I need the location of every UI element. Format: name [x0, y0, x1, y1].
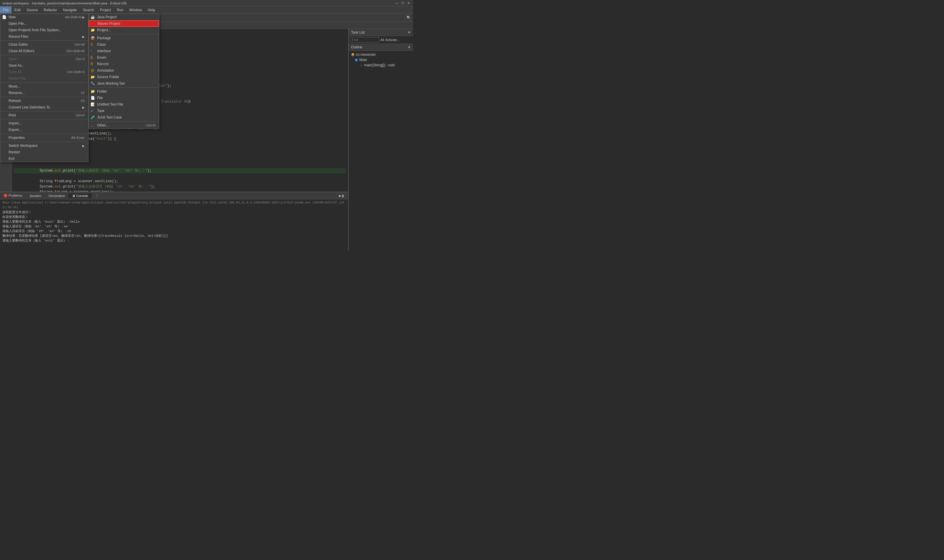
clear-console-btn[interactable]: 🗑	[341, 194, 345, 198]
outline-method[interactable]: 🔹 main(String[]) : void	[349, 63, 413, 68]
menu-window[interactable]: Window	[126, 6, 145, 13]
menu-rename[interactable]: Rename... F2	[0, 90, 88, 96]
menu-import[interactable]: Import...	[0, 120, 88, 126]
tab-console[interactable]: 🖥 Console	[68, 194, 91, 198]
menu-search[interactable]: Search	[80, 6, 97, 13]
rename-shortcut: F2	[81, 91, 85, 95]
submenu-java-working-set[interactable]: 🔧 Java Working Set	[89, 80, 159, 87]
close-task-list[interactable]: ✕	[408, 30, 411, 34]
tab-javadoc[interactable]: Javadoc	[26, 194, 45, 198]
task-find-input[interactable]	[350, 37, 379, 43]
console-line-7: 翻译结果：百度翻译结果 [源语言=en, 翻译语言=zh, 翻译结果=[Tran…	[2, 234, 346, 238]
folder-icon: 📁	[91, 89, 95, 94]
close-outline[interactable]: ✕	[408, 45, 411, 49]
submenu-class[interactable]: C Class	[89, 41, 159, 48]
junit-icon: 🧪	[91, 115, 95, 119]
submenu-annotation[interactable]: @ Annotation	[89, 67, 159, 74]
submenu-interface[interactable]: I Interface	[89, 48, 159, 54]
save-label: Save	[9, 57, 17, 61]
new-icon: 📄	[2, 15, 6, 19]
maven-project-icon: ♦	[91, 22, 93, 26]
menu-exit[interactable]: Exit	[0, 155, 88, 162]
menu-save-as[interactable]: Save As...	[0, 62, 88, 69]
bottom-toolbar-btns: ■ 🗑	[335, 194, 348, 198]
annotation-icon: @	[91, 68, 94, 72]
submenu-folder[interactable]: 📁 Folder	[89, 88, 159, 95]
menu-edit[interactable]: Edit	[11, 6, 24, 13]
new-sep-2	[89, 87, 159, 88]
tab-problems[interactable]: 🔴 Problems	[0, 193, 26, 198]
menu-close-all-editors[interactable]: Close All Editors Ctrl+Shift+W	[0, 48, 88, 54]
outline-panel: 📦 cn.meowrain 🔷 Main 🔹 main(String[]) : …	[349, 52, 413, 251]
console-line-3: 欢迎使用翻译器！	[2, 215, 346, 219]
untitled-icon: 📝	[91, 102, 95, 106]
file-label: File	[97, 96, 103, 100]
submenu-junit[interactable]: 🧪 JUnit Test Case	[89, 114, 159, 121]
package-icon: 📦	[351, 53, 354, 56]
open-file-label: Open File...	[9, 22, 27, 26]
submenu-project[interactable]: 📁 Project...	[89, 27, 159, 33]
submenu-untitled-text[interactable]: 📝 Untitled Text File	[89, 101, 159, 108]
menu-convert-line[interactable]: Convert Line Delimiters To ▶	[0, 104, 88, 111]
submenu-package[interactable]: 📦 Package	[89, 35, 159, 41]
other-shortcut: Ctrl+N	[146, 123, 156, 127]
submenu-record[interactable]: R Record	[89, 61, 159, 67]
project-label: Project...	[97, 28, 111, 32]
folder-label: Folder	[97, 89, 107, 94]
menu-source[interactable]: Source	[24, 6, 41, 13]
submenu-file[interactable]: 📄 File	[89, 95, 159, 101]
outline-class[interactable]: 🔷 Main	[349, 57, 413, 63]
menu-save-all: Save All Ctrl+Shift+S	[0, 69, 88, 75]
title-bar: eclipse-workspace - translator_java/src/…	[0, 0, 413, 6]
menu-switch-workspace[interactable]: Switch Workspace ▶	[0, 142, 88, 149]
bottom-panel-tabs: 🔴 Problems Javadoc Declaration 🖥 Console…	[0, 192, 348, 199]
submenu-task[interactable]: ✓ Task	[89, 108, 159, 114]
menu-file[interactable]: File	[0, 6, 11, 13]
console-line-8: 请输入要翻译的文本（输入 'exit' 退出）：	[2, 238, 346, 243]
console-content[interactable]: Main [Java Application] C:\Users\meown\s…	[0, 199, 348, 249]
menu-refactor[interactable]: Refactor	[41, 6, 60, 13]
activate-label[interactable]: Activate...	[385, 38, 399, 42]
menu-export[interactable]: Export...	[0, 126, 88, 133]
submenu-java-project[interactable]: ☕ Java Project	[89, 14, 159, 20]
menu-restart[interactable]: Restart	[0, 149, 88, 155]
submenu-source-folder[interactable]: 📂 Source Folder	[89, 74, 159, 80]
maximize-button[interactable]: ☐	[400, 1, 405, 5]
menu-recent-files[interactable]: Recent Files ▶	[0, 33, 88, 40]
submenu-other[interactable]: ... Other... Ctrl+N	[89, 122, 159, 129]
menu-new[interactable]: 📄 New Alt+Shift+N ▶	[0, 14, 88, 20]
menu-project[interactable]: Project	[97, 6, 114, 13]
menu-properties[interactable]: Properties Alt+Enter	[0, 134, 88, 141]
menu-open-file[interactable]: Open File...	[0, 20, 88, 27]
interface-label: Interface	[97, 49, 111, 53]
rename-label: Rename...	[9, 91, 25, 95]
menu-save: Save Ctrl+S	[0, 56, 88, 62]
submenu-enum[interactable]: E Enum	[89, 54, 159, 61]
all-label[interactable]: All	[380, 38, 384, 42]
java-project-label: Java Project	[97, 15, 117, 19]
menu-open-projects[interactable]: Open Projects from File System...	[0, 27, 88, 33]
menu-navigate[interactable]: Navigate	[60, 6, 80, 13]
menu-run[interactable]: Run	[114, 6, 126, 13]
console-line-1: Main [Java Application] C:\Users\meown\s…	[2, 200, 346, 210]
stop-console-btn[interactable]: ■	[339, 194, 341, 198]
menu-refresh[interactable]: Refresh F5	[0, 98, 88, 104]
sep-2	[0, 55, 88, 55]
toolbar-search[interactable]: 🔍	[405, 14, 412, 21]
menu-help[interactable]: Help	[145, 6, 158, 13]
working-set-icon: 🔧	[91, 82, 95, 86]
menu-close-editor[interactable]: Close Editor Ctrl+W	[0, 41, 88, 48]
menu-print[interactable]: Print Ctrl+P	[0, 112, 88, 118]
task-list-toolbar: All Activate...	[349, 36, 413, 44]
new-submenu: ☕ Java Project ♦ Maven Project 📁 Project…	[88, 14, 159, 129]
close-button[interactable]: ✕	[407, 1, 411, 5]
class-label: Class	[97, 43, 106, 46]
tab-declaration[interactable]: Declaration	[45, 194, 69, 198]
minimize-button[interactable]: —	[395, 1, 399, 5]
refresh-label: Refresh	[9, 99, 21, 103]
menu-move[interactable]: Move...	[0, 83, 88, 90]
print-label: Print	[9, 113, 16, 117]
new-shortcut: Alt+Shift+N ▶	[65, 15, 85, 19]
submenu-maven-project[interactable]: ♦ Maven Project	[89, 20, 159, 27]
close-console[interactable]: ✕	[92, 193, 102, 198]
